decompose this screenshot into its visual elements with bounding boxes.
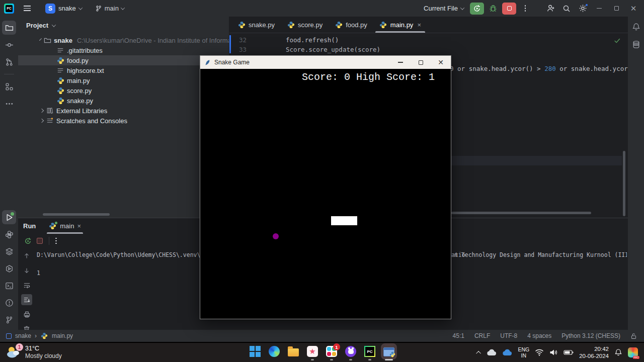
tool-services-button[interactable] — [2, 244, 16, 258]
tree-item[interactable]: score.py — [18, 85, 229, 96]
windows-taskbar: 1 31°C Mostly cloudy ★ 1 PC — [0, 343, 644, 362]
tool-terminal-button[interactable] — [2, 279, 16, 293]
line-ending-widget[interactable]: CRLF — [474, 332, 490, 339]
tab-close-icon[interactable]: × — [417, 21, 421, 29]
volume-icon[interactable] — [549, 349, 558, 356]
database-button[interactable] — [632, 40, 640, 49]
tool-structure-button[interactable] — [2, 79, 16, 94]
notifications-button[interactable] — [632, 23, 640, 31]
rerun-button[interactable] — [470, 3, 484, 15]
stop-console-button[interactable] — [37, 238, 43, 244]
pull-request-icon — [5, 58, 14, 66]
snake-game-window[interactable]: Snake Game ✕ Score: 0 High Score: 1 — [200, 55, 451, 319]
run-tab-main[interactable]: main × — [47, 218, 83, 234]
start-button[interactable] — [249, 345, 261, 357]
game-minimize-button[interactable] — [390, 56, 411, 69]
readonly-lock-icon[interactable] — [630, 333, 637, 339]
more-actions-button[interactable] — [518, 3, 532, 15]
scroll-down-button[interactable] — [21, 265, 32, 276]
status-bar: snake › main.py 45:1 CRLF UTF-8 4 spaces… — [0, 330, 644, 342]
indent-widget[interactable]: 4 spaces — [527, 332, 551, 339]
tree-item-external-libraries[interactable]: External Libraries — [18, 106, 229, 116]
soft-wrap-button[interactable] — [21, 280, 32, 291]
encoding-widget[interactable]: UTF-8 — [500, 332, 517, 339]
notification-bell-icon[interactable] — [614, 348, 622, 356]
python-window-button[interactable] — [383, 345, 395, 357]
game-close-button[interactable]: ✕ — [431, 56, 451, 69]
tree-item[interactable]: main.py — [18, 75, 229, 85]
wps-tray-icon[interactable] — [628, 347, 638, 357]
window-minimize-button[interactable] — [592, 2, 607, 15]
clock-widget[interactable]: 20:42 20-06-2024 — [579, 345, 609, 360]
settings-button[interactable] — [576, 3, 590, 15]
tree-item[interactable]: .gitattributes — [18, 45, 229, 55]
tool-commit-button[interactable] — [2, 38, 16, 52]
tree-item-scratches[interactable]: Scratches and Consoles — [18, 116, 229, 126]
github-desktop-button[interactable] — [345, 345, 357, 357]
wifi-icon[interactable] — [535, 349, 544, 356]
game-maximize-button[interactable] — [411, 56, 431, 69]
cloud-personal-icon[interactable] — [487, 349, 497, 356]
tool-pull-requests-button[interactable] — [2, 55, 16, 69]
run-tab-close-icon[interactable]: × — [77, 222, 81, 230]
tool-profiler-button[interactable] — [2, 261, 16, 276]
weather-widget[interactable]: 1 31°C Mostly cloudy — [0, 345, 116, 360]
debug-button[interactable] — [486, 3, 500, 15]
tab-snake-py[interactable]: snake.py — [231, 17, 281, 33]
search-everywhere-button[interactable] — [559, 3, 574, 15]
window-restore-button[interactable] — [609, 2, 624, 15]
window-close-button[interactable]: ✕ — [626, 2, 641, 15]
onedrive-icon[interactable] — [502, 349, 512, 356]
edge-app-button[interactable] — [268, 345, 280, 357]
language-switcher[interactable]: ENG IN — [518, 346, 529, 358]
tree-item-root[interactable]: snake C:\Users\kumar\OneDrive - Indian I… — [18, 35, 229, 45]
editor-horizontal-scrollbar[interactable] — [451, 212, 591, 214]
interpreter-widget[interactable]: Python 3.12 (CHESS) — [561, 332, 620, 339]
file-explorer-button[interactable] — [287, 345, 299, 357]
tab-score-py[interactable]: score.py — [281, 17, 329, 33]
tool-problems-button[interactable] — [2, 296, 16, 310]
pycharm-app-button[interactable]: PC — [364, 345, 376, 357]
main-menu-button[interactable] — [20, 3, 34, 15]
tab-main-py-active[interactable]: main.py × — [373, 17, 427, 33]
breadcrumb[interactable]: snake › main.py — [0, 332, 73, 340]
slack-app-button[interactable]: 1 — [326, 345, 338, 357]
tool-project-button[interactable] — [2, 21, 16, 35]
tool-python-packages-button[interactable] — [2, 227, 16, 241]
vcs-branch-widget[interactable]: main — [95, 5, 124, 12]
weather-temp: 31°C — [25, 345, 62, 353]
project-horizontal-scrollbar[interactable] — [43, 213, 110, 216]
hexagon-play-icon — [5, 264, 14, 273]
print-button[interactable] — [21, 309, 32, 320]
store-app-button[interactable]: ★ — [306, 345, 318, 357]
project-avatar: S — [45, 4, 55, 14]
tool-vcs-button[interactable] — [2, 313, 16, 327]
tree-item-selected[interactable]: food.py — [18, 55, 229, 65]
editor-vertical-scrollbar[interactable] — [623, 151, 625, 216]
project-widget[interactable]: S snake — [42, 2, 85, 15]
game-window-title: Snake Game — [214, 59, 250, 66]
tree-item[interactable]: highscore.txt — [18, 65, 229, 75]
rerun-console-button[interactable] — [24, 237, 32, 245]
console-line-right: n Technology Design and Manufacturing Ku… — [454, 251, 627, 258]
game-window-titlebar[interactable]: Snake Game ✕ — [200, 56, 451, 69]
breadcrumb-root[interactable]: snake — [15, 332, 31, 339]
tool-run-button[interactable] — [2, 210, 16, 224]
project-panel-header[interactable]: Project — [18, 17, 229, 34]
inspections-ok-icon[interactable] — [614, 37, 621, 44]
tab-food-py[interactable]: food.py — [329, 17, 373, 33]
chevron-down-icon — [460, 6, 464, 10]
tool-more-button[interactable] — [2, 97, 16, 111]
scroll-up-button[interactable] — [21, 250, 32, 261]
caret-position-widget[interactable]: 45:1 — [453, 332, 464, 339]
code-with-me-button[interactable] — [543, 3, 557, 15]
run-configuration-selector[interactable]: Current File — [424, 5, 464, 12]
tree-item[interactable]: snake.py — [18, 96, 229, 106]
stop-button[interactable] — [502, 3, 516, 15]
scroll-to-end-button[interactable] — [21, 294, 32, 305]
breadcrumb-file[interactable]: main.py — [52, 332, 73, 339]
tree-item-path: C:\Users\kumar\OneDrive - Indian Institu… — [77, 37, 229, 44]
tray-expand-button[interactable] — [476, 350, 481, 355]
battery-icon[interactable] — [564, 349, 574, 355]
console-more-button[interactable] — [55, 238, 57, 244]
